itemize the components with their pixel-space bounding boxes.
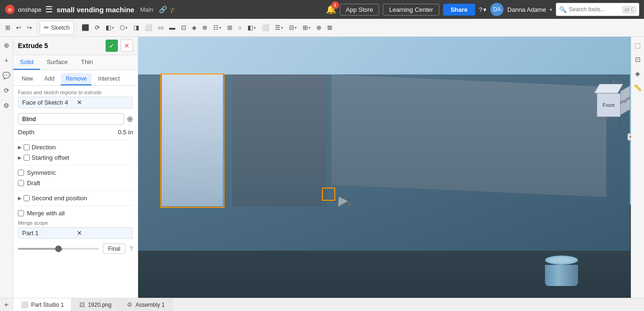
tb-icon-3[interactable]: ◧▾ [103, 21, 116, 35]
nav-cube[interactable]: Z Y Front Right Bottom ▾ [583, 84, 635, 140]
tb-icon-16[interactable]: ⬜ [259, 21, 272, 35]
user-menu-chevron[interactable]: ▾ [550, 7, 552, 12]
rt-measure-btn[interactable]: 📏 [632, 82, 644, 93]
image-icon: 🖼 [79, 302, 85, 308]
learn-icon[interactable]: 🎓 [170, 6, 178, 13]
tb-icon-1[interactable]: ⬛ [79, 21, 91, 35]
tb-icon-2[interactable]: ⟳ [92, 21, 102, 35]
merge-scope-label: Merge scope [18, 220, 133, 226]
toolbar-measure-button[interactable]: ⊞ [3, 21, 13, 35]
share-button[interactable]: Share [443, 4, 475, 16]
slider-thumb[interactable] [55, 246, 62, 252]
link-icon[interactable]: 🔗 [159, 6, 167, 13]
cube-face-front[interactable]: Front [597, 93, 620, 117]
left-icon-history[interactable]: ⟳ [2, 85, 11, 96]
tb-icon-8[interactable]: ▬ [167, 21, 178, 35]
op-tab-remove[interactable]: Remove [61, 73, 91, 85]
cube-front-label: Front [603, 102, 615, 108]
rt-section-btn[interactable]: ⊡ [633, 54, 643, 65]
direction-checkbox[interactable] [24, 144, 30, 150]
rt-view-btn[interactable]: ⬚ [633, 40, 643, 51]
face-clear-button[interactable]: ✕ [77, 99, 129, 106]
viewport[interactable]: Z Y Front Right Bottom ▾ [138, 37, 644, 298]
tb-icon-11[interactable]: ⊗ [200, 21, 210, 35]
second-end-label[interactable]: Second end position [32, 195, 87, 202]
tb-icon-5[interactable]: ◨ [131, 21, 141, 35]
symmetric-checkbox[interactable] [18, 170, 24, 176]
appstore-button[interactable]: App Store [340, 4, 380, 16]
tb-icon-10[interactable]: ◈ [190, 21, 199, 35]
tb-icon-6[interactable]: ⬜ [142, 21, 155, 35]
op-tab-new[interactable]: New [17, 73, 38, 85]
tab-solid[interactable]: Solid [13, 55, 40, 70]
face-input[interactable]: Face of Sketch 4 ✕ [18, 97, 133, 108]
left-icon-select[interactable]: ⊕ [2, 40, 11, 51]
left-icon-comment[interactable]: 💬 [0, 70, 12, 81]
avatar[interactable]: DA [490, 3, 504, 16]
tb-icon-7[interactable]: ▭ [156, 21, 166, 35]
rt-render-btn[interactable]: ◈ [633, 68, 642, 79]
direction-expand-arrow[interactable]: ▶ [18, 145, 22, 150]
cube-face-right[interactable]: Right [620, 86, 630, 115]
tb-icon-4[interactable]: ⬡▾ [117, 21, 130, 35]
tb-icon-20[interactable]: ⊕ [314, 21, 324, 35]
second-end-arrow[interactable]: ▶ [18, 196, 22, 201]
tab-part-studio[interactable]: ⬜ Part Studio 1 [13, 298, 72, 311]
cube-face-top[interactable] [594, 84, 623, 93]
second-end-row: ▶ Second end position [18, 195, 133, 202]
undo-button[interactable]: ↩ [14, 21, 24, 35]
direction-row: ▶ Direction [18, 144, 133, 151]
left-icon-settings[interactable]: ⚙ [1, 100, 11, 111]
merge-all-label[interactable]: Merge with all [27, 210, 65, 217]
app-name: onshape [18, 6, 41, 13]
tab-image[interactable]: 🖼 1920.png [72, 298, 119, 311]
add-tab-button[interactable]: + [0, 298, 13, 311]
tb-icon-17[interactable]: ☰▾ [272, 21, 286, 35]
tab-assembly[interactable]: ⚙ Assembly 1 [119, 298, 173, 311]
second-end-checkbox[interactable] [24, 195, 30, 201]
help-circle-icon[interactable]: ? [129, 245, 133, 253]
merge-scope-input[interactable]: Part 1 ✕ [18, 227, 133, 239]
panel-cancel-button[interactable]: ✕ [121, 40, 133, 52]
redo-button[interactable]: ↪ [25, 21, 34, 35]
tb-icon-15[interactable]: ◧▾ [245, 21, 258, 35]
image-label: 1920.png [88, 302, 111, 308]
help-button[interactable]: ? ▾ [479, 6, 487, 13]
search-input[interactable] [569, 6, 620, 13]
left-icon-add[interactable]: + [2, 55, 10, 66]
tb-icon-21[interactable]: ⊠ [325, 21, 335, 35]
starting-offset-label[interactable]: Starting offset [32, 154, 69, 161]
notification-button[interactable]: 🔔 4 [326, 4, 336, 15]
op-tab-add[interactable]: Add [40, 73, 59, 85]
panel-ok-button[interactable]: ✓ [106, 40, 118, 52]
main-area: ⊕ + 💬 ⟳ ⚙ Extrude 5 ✓ ✕ Solid Surface Th… [0, 37, 644, 298]
username[interactable]: Danna Adame [507, 6, 546, 13]
draft-checkbox[interactable] [18, 180, 24, 186]
end-type-select[interactable]: Blind [18, 113, 124, 125]
draft-label[interactable]: Draft [27, 180, 40, 187]
sketch-button[interactable]: ✏ Sketch [40, 21, 74, 35]
hamburger-menu[interactable]: ☰ [45, 4, 53, 15]
tb-icon-18[interactable]: ⊟▾ [287, 21, 299, 35]
op-tab-intersect[interactable]: Intersect [93, 73, 124, 85]
merge-all-checkbox[interactable] [18, 210, 24, 216]
final-button[interactable]: Final [103, 244, 125, 254]
aim-icon[interactable]: ⊕ [127, 115, 133, 123]
cylinder-top [545, 255, 578, 265]
panel-type-tabs: Solid Surface Thin [13, 55, 138, 70]
slider-track[interactable] [18, 248, 99, 250]
tb-icon-13[interactable]: ⊞ [225, 21, 235, 35]
tab-thin[interactable]: Thin [74, 55, 99, 70]
tb-icon-19[interactable]: ⊞▾ [300, 21, 313, 35]
direction-label[interactable]: Direction [32, 144, 56, 151]
tb-icon-9[interactable]: ⊡ [179, 21, 189, 35]
tab-surface[interactable]: Surface [40, 55, 74, 70]
symmetric-label[interactable]: Symmetric [27, 169, 56, 176]
starting-offset-arrow[interactable]: ▶ [18, 155, 22, 160]
tb-icon-14[interactable]: ○ [236, 21, 244, 35]
tb-icon-12[interactable]: ☷▾ [211, 21, 224, 35]
help-icon: ? [479, 6, 482, 13]
starting-offset-checkbox[interactable] [24, 155, 30, 161]
learning-center-button[interactable]: Learning Center [383, 4, 439, 16]
merge-scope-clear[interactable]: ✕ [77, 229, 129, 237]
